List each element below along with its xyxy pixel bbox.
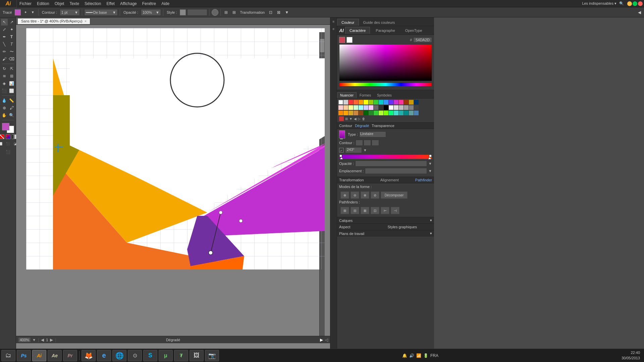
- type-tool[interactable]: T: [8, 34, 15, 40]
- sw-g2[interactable]: [394, 105, 398, 110]
- sw-o12[interactable]: [394, 111, 398, 115]
- decompose-btn[interactable]: Décomposer: [381, 191, 408, 199]
- sw-g4[interactable]: [404, 105, 409, 110]
- stroke-color-swatch[interactable]: [15, 9, 21, 15]
- color-swatch-1[interactable]: [339, 37, 345, 43]
- sw-o5[interactable]: [359, 111, 363, 115]
- alignment-section[interactable]: Alignement: [380, 178, 399, 182]
- sw-o10[interactable]: [384, 111, 388, 115]
- toolbar-icon-2[interactable]: ▼: [30, 9, 36, 16]
- sw-o13[interactable]: [399, 111, 404, 115]
- sw-gray1[interactable]: [343, 100, 348, 105]
- status-play-btn[interactable]: ▶: [320, 338, 323, 342]
- sw-o6[interactable]: [364, 111, 368, 115]
- minus-front-btn[interactable]: ⊖: [351, 191, 359, 199]
- style-dropdown[interactable]: [187, 9, 207, 16]
- artboard-tool[interactable]: ⬛: [1, 87, 8, 94]
- pencil-tool[interactable]: ✏: [1, 48, 8, 55]
- artboard[interactable]: [26, 28, 325, 269]
- gradient-stop-right[interactable]: [429, 155, 432, 157]
- menu-aide[interactable]: Aide: [159, 0, 172, 7]
- document-tab[interactable]: Sans titre - 1* @ 400% (RVB/Aperçu) ×: [17, 18, 90, 24]
- sw-o15[interactable]: [409, 111, 414, 115]
- type-tool-2[interactable]: T: [8, 41, 15, 48]
- panel-icon-1[interactable]: ≡: [331, 19, 336, 24]
- tab-couleur[interactable]: Couleur: [337, 19, 359, 26]
- taskbar-photoshop[interactable]: Ps: [17, 350, 31, 361]
- gradient-arrow-right[interactable]: [428, 157, 431, 159]
- degrade-tab-label[interactable]: Dégradé: [355, 124, 369, 128]
- taskbar-globe[interactable]: 🌐: [112, 350, 126, 361]
- selection-tool[interactable]: ↖: [1, 19, 8, 25]
- menu-edition[interactable]: Edition: [34, 0, 52, 7]
- minimize-button[interactable]: [627, 1, 632, 6]
- toolbar-icon-1[interactable]: ✦: [22, 9, 29, 16]
- close-button[interactable]: [638, 1, 643, 6]
- menu-texte[interactable]: Texte: [67, 0, 82, 7]
- menu-selection[interactable]: Sélection: [82, 0, 104, 7]
- screen-mode-btn[interactable]: ⬜: [0, 140, 4, 147]
- live-paint-tool[interactable]: 🖍: [8, 105, 15, 111]
- artboard-icon[interactable]: ⬛: [5, 148, 11, 155]
- zoom-value[interactable]: 400%: [18, 337, 31, 343]
- transparence-tab-label[interactable]: Transparence: [372, 124, 394, 128]
- pen-tool[interactable]: ✒: [1, 34, 8, 40]
- free-transform-tool[interactable]: ⊞: [8, 73, 15, 79]
- sw-icon4[interactable]: ▷: [358, 117, 361, 121]
- gradient-bar[interactable]: [339, 155, 432, 159]
- angle-dropdown[interactable]: ▼: [363, 148, 367, 152]
- stroke-style-field[interactable]: ━━━ De base ▼: [84, 9, 118, 16]
- sw-o4[interactable]: [354, 111, 358, 115]
- blend-tool[interactable]: ⊕: [1, 105, 8, 111]
- tab-symboles[interactable]: Symboles: [374, 92, 395, 98]
- sw-pink2[interactable]: [399, 100, 404, 105]
- sw-r3[interactable]: [348, 105, 353, 110]
- color-swatch-2[interactable]: [346, 37, 353, 43]
- sw-o1[interactable]: [338, 111, 343, 115]
- sw-g5[interactable]: [409, 105, 414, 110]
- lasso-tool[interactable]: ⤢: [1, 26, 8, 33]
- transform-btn-2[interactable]: ⊠: [275, 9, 282, 16]
- sw-gold[interactable]: [409, 100, 414, 105]
- sw-o16[interactable]: [414, 111, 419, 115]
- col-chart-tool[interactable]: 📊: [8, 80, 15, 87]
- gradient-swatch-purple[interactable]: [339, 130, 345, 138]
- search-icon[interactable]: 🔍: [619, 1, 624, 6]
- sw-white[interactable]: [338, 100, 343, 105]
- gradient-stop-left[interactable]: [339, 155, 342, 157]
- angle-input[interactable]: 243°: [345, 147, 362, 153]
- location-select[interactable]: [365, 168, 427, 174]
- pf-divide[interactable]: ⊞: [340, 207, 349, 214]
- menu-affichage[interactable]: Affichage: [117, 0, 140, 7]
- magic-wand-tool[interactable]: ✦: [8, 26, 15, 33]
- tab-close-btn[interactable]: ×: [85, 19, 87, 23]
- sw-o7[interactable]: [369, 111, 373, 115]
- taskbar-finance[interactable]: ₮: [174, 350, 188, 361]
- sw-red1[interactable]: [348, 100, 353, 105]
- eyedropper-tool[interactable]: 💧: [1, 97, 8, 104]
- menu-objet[interactable]: Objet: [52, 0, 67, 7]
- foreground-color-swatch[interactable]: [2, 123, 9, 130]
- type-select[interactable]: Linéaire: [359, 131, 386, 137]
- sw-r6[interactable]: [364, 105, 368, 110]
- pathfinder-section[interactable]: Pathfinder: [415, 178, 432, 182]
- transform-btn-3[interactable]: ▼: [283, 9, 290, 16]
- sw-black[interactable]: [384, 105, 388, 110]
- status-arrow-next[interactable]: ▶: [50, 338, 53, 342]
- symbol-tool[interactable]: ◈: [1, 80, 8, 87]
- transform-icon-1[interactable]: ⊞: [223, 9, 229, 16]
- gradient-handle-end[interactable]: [209, 251, 213, 255]
- sw-r7[interactable]: [369, 105, 373, 110]
- sw-purple1[interactable]: [389, 100, 393, 105]
- pf-minus-back[interactable]: ⊣: [391, 207, 399, 214]
- transform-align-header[interactable]: Transformation Alignement Pathfinder: [337, 177, 434, 183]
- screen-mode-2[interactable]: ⬛: [5, 140, 11, 147]
- gradient-handle-mid[interactable]: [239, 219, 243, 223]
- zoom-tool[interactable]: 🔍: [8, 112, 15, 119]
- sw-icon1[interactable]: ⊞: [345, 117, 348, 121]
- char-tab[interactable]: Caractère: [345, 27, 370, 34]
- taskbar-illustrator[interactable]: Ai: [32, 350, 46, 361]
- eraser-tool[interactable]: ⌫: [8, 56, 15, 62]
- location-dropdown[interactable]: ▼: [428, 169, 432, 173]
- scale-tool[interactable]: ⇱: [8, 65, 15, 72]
